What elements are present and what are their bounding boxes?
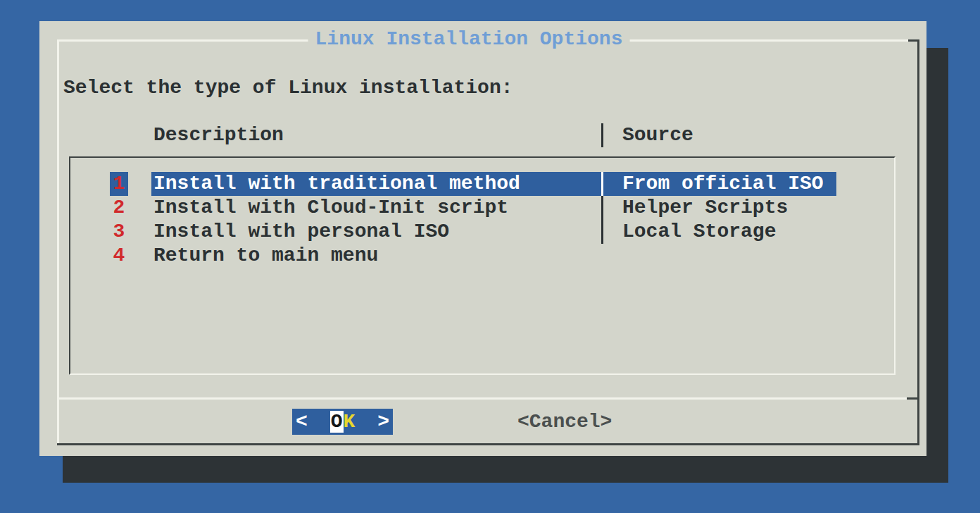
column-header-source: Source [622, 123, 693, 147]
menu-item-tag: 4 [110, 244, 128, 268]
menu-item-description: Return to main menu [153, 244, 378, 268]
dialog-title: Linux Installation Options [308, 28, 630, 51]
dialog-message: Select the type of Linux installation: [63, 76, 513, 100]
button-separator-line [58, 397, 907, 400]
menu-item-3[interactable]: 3Install with personal ISOLocal Storage [70, 220, 894, 244]
ok-left-bracket: < [296, 411, 308, 433]
menu-item-1[interactable]: 1Install with traditional methodFrom off… [70, 172, 894, 196]
menu-item-2[interactable]: 2Install with Cloud-Init scriptHelper Sc… [70, 196, 894, 220]
row-separator-icon [601, 220, 603, 244]
dialog-border-left [57, 39, 59, 445]
menu-item-description: Install with Cloud-Init script [153, 196, 508, 220]
menu-item-description: Install with personal ISO [153, 220, 449, 244]
dialog-border-bottom [57, 443, 919, 445]
menu-item-source: Helper Scripts [622, 196, 788, 220]
ok-label: OK [308, 411, 377, 433]
column-header-description: Description [153, 123, 284, 147]
menu-item-tag: 1 [110, 172, 128, 196]
menu-item-4[interactable]: 4Return to main menu [70, 244, 894, 268]
menu-item-source: Local Storage [622, 220, 776, 244]
ok-cursor-char: O [330, 411, 344, 433]
dialog-window: Linux Installation Options Select the ty… [39, 21, 926, 456]
button-separator-right-tick [907, 397, 917, 400]
ok-hotkey: K [344, 411, 356, 433]
terminal-screen: Linux Installation Options Select the ty… [0, 0, 980, 513]
cancel-button[interactable]: <Cancel> [517, 409, 612, 435]
menu-item-tag: 3 [110, 220, 128, 244]
menu-listbox[interactable]: 1Install with traditional methodFrom off… [69, 156, 896, 375]
menu-item-source: From official ISO [622, 172, 824, 196]
column-headers: Description Source [39, 123, 926, 147]
ok-right-bracket: > [377, 411, 389, 433]
row-separator-icon [601, 196, 603, 220]
menu-item-description: Install with traditional method [153, 172, 520, 196]
row-separator-icon [601, 172, 603, 196]
menu-item-tag: 2 [110, 196, 128, 220]
dialog-border-right [917, 39, 919, 445]
column-separator-icon [601, 123, 603, 147]
ok-button[interactable]: < OK > [292, 409, 393, 435]
